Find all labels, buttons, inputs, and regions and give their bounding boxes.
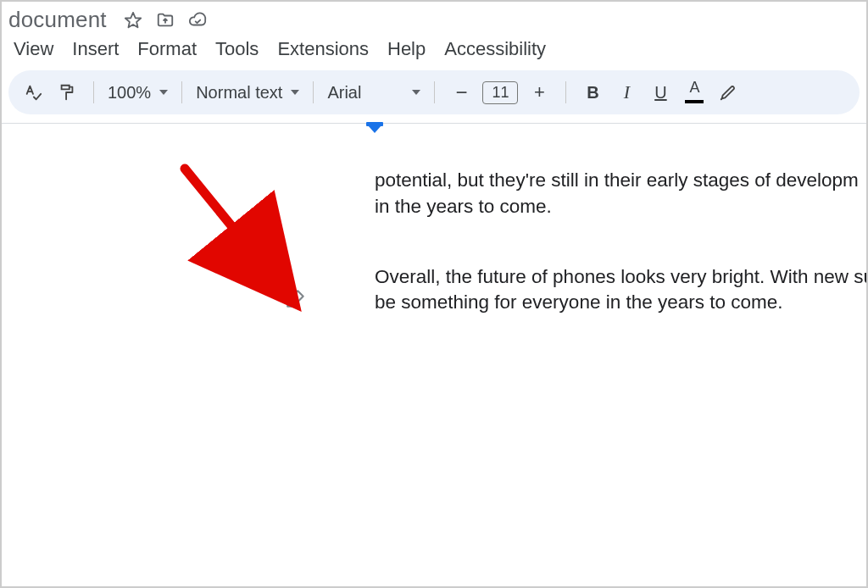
text-color-button[interactable]: A: [682, 77, 707, 108]
ruler-indent-marker[interactable]: [366, 122, 383, 133]
underline-button[interactable]: U: [648, 77, 673, 108]
left-indent-icon: [368, 125, 381, 133]
text-color-swatch: [685, 100, 704, 103]
svg-marker-0: [125, 12, 141, 26]
zoom-dropdown[interactable]: 100%: [108, 77, 168, 108]
toolbar-separator: [93, 81, 94, 103]
move-to-folder-icon[interactable]: [156, 11, 175, 30]
increase-font-size-button[interactable]: +: [526, 77, 552, 108]
paragraph-style-dropdown[interactable]: Normal text: [196, 77, 299, 108]
paragraph[interactable]: potential, but they're still in their ea…: [375, 168, 868, 219]
toolbar-separator: [181, 81, 182, 103]
document-surface[interactable]: potential, but they're still in their ea…: [2, 123, 866, 563]
svg-line-2: [185, 169, 278, 283]
toolbar-separator: [434, 81, 435, 103]
italic-button[interactable]: I: [614, 77, 639, 108]
title-icons: [124, 11, 207, 30]
menu-insert[interactable]: Insert: [72, 38, 119, 60]
toolbar-separator: [313, 81, 314, 103]
chevron-down-icon: [159, 90, 168, 95]
chevron-down-icon: [412, 90, 420, 95]
chevron-down-icon: [291, 90, 299, 95]
menu-help[interactable]: Help: [387, 38, 426, 60]
smart-compose-button[interactable]: [285, 287, 307, 309]
bold-button[interactable]: B: [580, 77, 605, 108]
menubar: View Insert Format Tools Extensions Help…: [2, 33, 866, 70]
document-title[interactable]: document: [8, 7, 107, 33]
text-color-label: A: [689, 81, 699, 93]
spellcheck-button[interactable]: [20, 77, 46, 108]
paint-format-button[interactable]: [54, 77, 80, 108]
zoom-value: 100%: [108, 83, 151, 103]
toolbar: 100% Normal text Arial − 11 + B I U A: [8, 70, 860, 114]
menu-accessibility[interactable]: Accessibility: [444, 38, 546, 60]
title-row: document: [2, 2, 866, 33]
menu-tools[interactable]: Tools: [215, 38, 259, 60]
font-size-input[interactable]: 11: [482, 81, 518, 104]
font-family-dropdown[interactable]: Arial: [327, 77, 420, 108]
paragraph-style-value: Normal text: [196, 83, 282, 103]
menu-extensions[interactable]: Extensions: [277, 38, 369, 60]
paragraph[interactable]: Overall, the future of phones looks very…: [375, 264, 868, 316]
highlight-color-button[interactable]: [715, 77, 741, 108]
document-body[interactable]: potential, but they're still in their ea…: [375, 142, 868, 360]
menu-view[interactable]: View: [14, 38, 53, 60]
toolbar-separator: [565, 81, 566, 103]
menu-format[interactable]: Format: [137, 38, 197, 60]
font-family-value: Arial: [327, 83, 361, 103]
decrease-font-size-button[interactable]: −: [448, 77, 474, 108]
toolbar-container: 100% Normal text Arial − 11 + B I U A: [2, 70, 866, 123]
magic-pencil-icon: [285, 297, 307, 312]
cloud-saved-icon[interactable]: [188, 11, 207, 30]
star-icon[interactable]: [124, 11, 142, 30]
